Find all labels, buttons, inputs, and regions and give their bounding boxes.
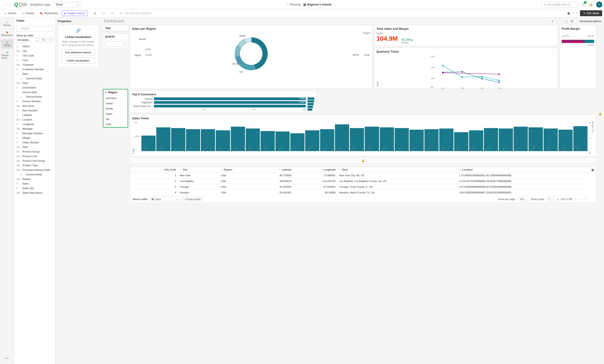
- column-header[interactable]: ≡Longitude: [293, 167, 338, 173]
- field-item[interactable]: #GrossSales: [14, 85, 55, 90]
- region-option[interactable]: USA: [103, 122, 128, 127]
- field-item[interactable]: #Item Number: [14, 108, 55, 113]
- fields-search[interactable]: ⌕ Search: [16, 26, 53, 31]
- field-item[interactable]: ▭Invoice Date: [14, 90, 55, 95]
- profit-margin-card[interactable]: Profit Margin -50.0%50.0% 41.3%: [560, 25, 596, 89]
- add-chart-icon[interactable]: +: [552, 20, 553, 23]
- fields-panel-title: Fields: [14, 17, 55, 24]
- svg-point-15: [481, 78, 483, 79]
- rail-collapse[interactable]: ⟨⟵: [1, 355, 13, 361]
- field-list[interactable]: #%KEYAbcCity#City Code#CostAbcCustomer#C…: [14, 44, 55, 364]
- region-option[interactable]: UK: [103, 117, 128, 122]
- field-item[interactable]: AbcPath: [14, 145, 55, 149]
- svg-point-18: [499, 74, 500, 75]
- quarterly-trend-card[interactable]: Quarterly Trend Sales 14M 12M 10M 8M: [374, 48, 558, 89]
- rail-sheets[interactable]: ▭Sheets: [1, 19, 13, 28]
- field-item[interactable]: #Sales Qty: [14, 186, 55, 191]
- bookmarks-button[interactable]: 🔖Bookmarks: [37, 11, 60, 16]
- field-item[interactable]: AbcProduct Line: [14, 154, 55, 158]
- column-header[interactable]: ≡Location: [458, 167, 589, 173]
- table-sidebar-icon[interactable]: ▦: [589, 167, 596, 203]
- page-select[interactable]: 1⌄: [547, 197, 554, 201]
- column-header[interactable]: ≡Latitude: [255, 167, 293, 173]
- field-item[interactable]: #Cost: [14, 58, 55, 62]
- table-row[interactable]: 4HoustonUSA29.981501-95.53836Houston, Ha…: [130, 190, 589, 195]
- region-option[interactable]: Germany: [103, 96, 128, 101]
- assets-button[interactable]: ▭Assets: [2, 11, 19, 16]
- selections-tool-icon[interactable]: ⊡: [91, 11, 98, 16]
- unlink-button[interactable]: Unlink visualization: [61, 58, 95, 63]
- svg-text:10M: 10M: [431, 77, 435, 80]
- field-item[interactable]: AbcLocation: [14, 117, 55, 122]
- edit-sheet-button[interactable]: ✎Edit sheet: [580, 10, 602, 16]
- region-option[interactable]: Nordic: [103, 106, 128, 111]
- field-item[interactable]: #Sales: [14, 181, 55, 186]
- quarter-filter[interactable]: Quarter ⌄: [103, 33, 128, 48]
- table-row[interactable]: 2Los AngelesUSA34.053678-118.242702Los A…: [130, 178, 589, 184]
- expand-table-button[interactable]: ⤡Expand table: [182, 197, 202, 201]
- user-avatar[interactable]: TL: [596, 2, 602, 8]
- field-item[interactable]: AbcCustomer: [14, 62, 55, 67]
- source-table-select[interactable]: ▦Cities⌄: [150, 197, 179, 201]
- column-header[interactable]: ≡Region: [219, 167, 255, 173]
- field-item[interactable]: ▭Derived fields: [14, 172, 55, 177]
- field-item[interactable]: #Customer Number: [14, 67, 55, 72]
- right-lock-icon[interactable]: 🔒: [598, 112, 602, 115]
- field-item[interactable]: AbcItem Desc: [14, 104, 55, 108]
- field-item[interactable]: AbcCity: [14, 49, 55, 53]
- region-option[interactable]: Japan: [103, 101, 128, 106]
- region-option[interactable]: Spain: [103, 111, 128, 117]
- sales-trend-card[interactable]: Sales Trend Sales 5M2.5M0 2012-...2012-.…: [130, 115, 596, 156]
- grid-icon[interactable]: ▦: [567, 12, 570, 15]
- total-sales-card[interactable]: Total Sales and Margin Sales 104.9M - 43…: [374, 25, 558, 46]
- table-row[interactable]: 1New YorkUSA40.730599-73.986581New York …: [130, 173, 589, 178]
- field-item[interactable]: AbcSales Rep Name: [14, 191, 55, 195]
- rows-per-page-select[interactable]: 100⌄: [518, 197, 528, 201]
- field-item[interactable]: AbcRegion: [14, 177, 55, 181]
- field-item[interactable]: AbcDesc: [14, 81, 55, 85]
- help-button[interactable]: ? 3: [581, 2, 586, 7]
- sales-per-region-card[interactable]: Sales per Region Region USA 45.5: [130, 25, 372, 89]
- all-tables-select[interactable]: All tables⌄: [16, 37, 39, 43]
- table-row[interactable]: 3ChicagoUSA41.875555-87.624421Chicago, C…: [130, 184, 589, 190]
- year-filter[interactable]: Year: [103, 25, 128, 32]
- field-item[interactable]: #Latitude: [14, 113, 55, 117]
- top5-customers-card[interactable]: Top 5 Customers Paracel5.69MPageWave5.63…: [130, 91, 316, 113]
- tutorial-link[interactable]: ▤ Beginner's tutorial: [303, 3, 331, 6]
- field-item[interactable]: #%KEY: [14, 44, 55, 49]
- field-item[interactable]: ▭Date: [14, 72, 55, 76]
- column-header[interactable]: ≡↑ City Code: [130, 167, 178, 173]
- field-item[interactable]: AbcManager: [14, 126, 55, 131]
- field-item[interactable]: AbcProduct Group: [14, 149, 55, 154]
- field-item[interactable]: AbcProduct Sub Group: [14, 158, 55, 163]
- field-item[interactable]: #Margin: [14, 136, 55, 140]
- rail-bookmarks[interactable]: 🔖Bookmarks: [1, 29, 13, 38]
- column-header[interactable]: ≡Desc: [338, 167, 458, 173]
- field-item[interactable]: #Manager Number: [14, 131, 55, 136]
- app-launcher-icon[interactable]: ⋮⋮⋮: [2, 3, 12, 6]
- field-item[interactable]: ▭Derived fields: [14, 76, 55, 81]
- sheet-selector[interactable]: Sheet ⌄: [53, 2, 81, 7]
- field-item[interactable]: ▭Derived fields: [14, 95, 55, 99]
- rail-master[interactable]: 🔗Master items: [1, 49, 13, 61]
- column-header[interactable]: ≡City: [178, 167, 219, 173]
- use-advanced-button[interactable]: Use advanced options: [61, 49, 95, 55]
- insight-search[interactable]: ✦ Ask Insight Advisor: [541, 2, 578, 7]
- field-item[interactable]: #Longitude: [14, 122, 55, 126]
- field-item[interactable]: #Invoice Number: [14, 99, 55, 104]
- insight-advisor-button[interactable]: ◈Insight Advisor: [61, 11, 88, 16]
- personal-label[interactable]: ⬚ Personal: [286, 3, 300, 6]
- field-item[interactable]: AbcPromised Delivery Date: [14, 168, 55, 172]
- field-item[interactable]: #Order Number: [14, 140, 55, 145]
- lock-bar[interactable]: 🔒: [130, 158, 596, 163]
- rail-fields[interactable]: ◫Fields: [1, 39, 13, 49]
- field-item[interactable]: AbcProduct Type: [14, 163, 55, 168]
- sheets-button[interactable]: ▭Sheets: [19, 11, 36, 16]
- bell-button[interactable]: 🔔: [589, 2, 593, 7]
- field-item[interactable]: #City Code: [14, 53, 55, 58]
- advanced-toggle[interactable]: [570, 19, 577, 23]
- more-icon[interactable]: ⋯: [334, 3, 337, 6]
- next-sheet[interactable]: ›: [565, 19, 568, 24]
- refresh-button[interactable]: ↻: [41, 37, 46, 43]
- add-button[interactable]: +: [48, 37, 53, 43]
